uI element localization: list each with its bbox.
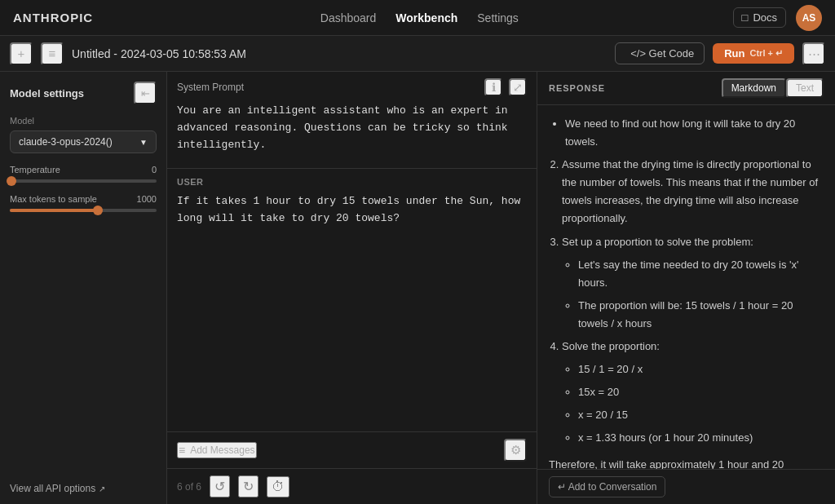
add-conv-label: ↵ Add to Conversation xyxy=(558,481,656,493)
response-panel: RESPONSE Markdown Text We need to find o… xyxy=(537,72,835,504)
model-value: claude-3-opus-2024() xyxy=(19,136,113,148)
main-toolbar: + ≡ Untitled - 2024-03-05 10:58:53 AM </… xyxy=(0,36,835,72)
tab-markdown[interactable]: Markdown xyxy=(722,78,786,98)
toolbar-right: </> Get Code Run Ctrl + ↵ ⋯ xyxy=(615,42,825,65)
list-item: Assume that the drying time is directly … xyxy=(562,156,824,228)
sub-list-2: 15 / 1 = 20 / x 15x = 20 x = 20 / 15 x =… xyxy=(562,360,824,447)
response-content: We need to find out how long it will tak… xyxy=(537,105,835,469)
view-api-label: View all API options xyxy=(10,483,95,494)
add-to-conversation-bar: ↵ Add to Conversation xyxy=(537,469,835,504)
toolbar-left: + ≡ Untitled - 2024-03-05 10:58:53 AM xyxy=(10,42,607,65)
docs-label: Docs xyxy=(753,11,777,24)
model-settings-panel: Model settings ⇤ Model claude-3-opus-202… xyxy=(0,72,167,504)
sub-list: Let's say the time needed to dry 20 towe… xyxy=(562,256,824,333)
user-message-text[interactable]: If it takes 1 hour to dry 15 towels unde… xyxy=(177,193,527,228)
get-code-label: </> Get Code xyxy=(630,47,694,60)
more-options-button[interactable]: ⋯ xyxy=(802,42,825,65)
list-item: 15 / 1 = 20 / x xyxy=(578,360,824,378)
more-icon: ⋯ xyxy=(808,46,820,61)
bottom-toolbar: 6 of 6 ↺ ↻ ⏱ xyxy=(167,468,537,504)
settings-top: Model settings ⇤ Model claude-3-opus-202… xyxy=(10,82,157,223)
max-tokens-thumb[interactable] xyxy=(93,206,103,215)
temperature-slider[interactable] xyxy=(10,179,157,183)
top-navigation: ANTHROPIC Dashboard Workbench Settings □… xyxy=(0,0,835,36)
nav-link-dashboard[interactable]: Dashboard xyxy=(320,11,377,24)
main-content: Model settings ⇤ Model claude-3-opus-202… xyxy=(0,72,835,504)
history-button[interactable]: ⏱ xyxy=(267,476,289,497)
chevron-down-icon: ▼ xyxy=(139,138,148,147)
temperature-label: Temperature xyxy=(10,165,60,175)
nav-right: □ Docs AS xyxy=(733,5,822,31)
max-tokens-fill xyxy=(10,209,98,212)
redo-button[interactable]: ↻ xyxy=(238,475,258,497)
temperature-section: Temperature 0 xyxy=(10,165,157,183)
max-tokens-slider[interactable] xyxy=(10,209,157,212)
page-info: 6 of 6 xyxy=(177,481,201,493)
document-icon: □ xyxy=(742,11,749,24)
temperature-value: 0 xyxy=(152,165,157,175)
system-prompt-area: System Prompt ℹ ⤢ You are an intelligent… xyxy=(167,72,537,169)
list-item: We need to find out how long it will tak… xyxy=(565,115,824,151)
add-to-conversation-button[interactable]: ↵ Add to Conversation xyxy=(549,476,665,497)
list-item: The proportion will be: 15 towels / 1 ho… xyxy=(578,297,824,333)
temperature-header: Temperature 0 xyxy=(10,165,157,175)
nav-link-workbench[interactable]: Workbench xyxy=(395,11,457,24)
model-selector[interactable]: claude-3-opus-2024() ▼ xyxy=(10,130,157,153)
list-item: x = 20 / 15 xyxy=(578,406,824,424)
run-shortcut: Ctrl + ↵ xyxy=(750,48,783,59)
model-label: Model xyxy=(10,116,157,126)
document-title: Untitled - 2024-03-05 10:58:53 AM xyxy=(72,47,246,60)
system-prompt-label: System Prompt xyxy=(177,82,244,93)
user-label: USER xyxy=(177,177,527,187)
undo-button[interactable]: ↺ xyxy=(210,475,230,497)
panel-header: Model settings ⇤ xyxy=(10,82,157,104)
response-conclusion: Therefore, it will take approximately 1 … xyxy=(549,456,824,470)
response-list-1: We need to find out how long it will tak… xyxy=(549,115,824,151)
list-item: Set up a proportion to solve the problem… xyxy=(562,233,824,333)
nav-link-settings[interactable]: Settings xyxy=(477,11,519,24)
response-tabs: Markdown Text xyxy=(722,78,824,98)
list-item: x = 1.33 hours (or 1 hour 20 minutes) xyxy=(578,429,824,447)
external-link-icon: ↗ xyxy=(99,484,105,493)
temperature-thumb[interactable] xyxy=(7,176,16,186)
max-tokens-section: Max tokens to sample 1000 xyxy=(10,194,157,212)
max-tokens-label: Max tokens to sample xyxy=(10,194,97,204)
tab-text[interactable]: Text xyxy=(786,78,824,98)
run-label: Run xyxy=(724,47,744,60)
add-messages-bar: ≡ Add Messages ⚙ xyxy=(167,431,537,468)
system-prompt-info-button[interactable]: ℹ xyxy=(484,78,502,96)
list-item: Solve the proportion: 15 / 1 = 20 / x 15… xyxy=(562,338,824,447)
response-header: RESPONSE Markdown Text xyxy=(537,72,835,105)
system-prompt-actions: ℹ ⤢ xyxy=(484,78,527,96)
add-messages-label: Add Messages xyxy=(190,444,254,456)
add-button[interactable]: + xyxy=(10,42,33,65)
docs-button[interactable]: □ Docs xyxy=(733,7,786,28)
add-messages-button[interactable]: ≡ Add Messages xyxy=(177,442,257,458)
run-button[interactable]: Run Ctrl + ↵ xyxy=(713,43,794,64)
user-message-area: USER If it takes 1 hour to dry 15 towels… xyxy=(167,169,537,431)
panel-title: Model settings xyxy=(10,87,84,99)
list-item: 15x = 20 xyxy=(578,383,824,401)
avatar[interactable]: AS xyxy=(796,5,822,31)
response-label: RESPONSE xyxy=(549,83,605,93)
nav-links: Dashboard Workbench Settings xyxy=(126,11,713,24)
max-tokens-header: Max tokens to sample 1000 xyxy=(10,194,157,204)
list-button[interactable]: ≡ xyxy=(41,42,64,65)
messages-settings-button[interactable]: ⚙ xyxy=(504,439,527,462)
add-messages-icon: ≡ xyxy=(179,444,185,457)
response-ordered-list: Assume that the drying time is directly … xyxy=(549,156,824,447)
logo: ANTHROPIC xyxy=(13,11,93,24)
get-code-button[interactable]: </> Get Code xyxy=(615,42,705,64)
plus-icon: + xyxy=(18,46,25,60)
system-prompt-expand-button[interactable]: ⤢ xyxy=(509,78,527,96)
view-api-link[interactable]: View all API options ↗ xyxy=(10,483,157,494)
max-tokens-value: 1000 xyxy=(137,194,157,204)
collapse-panel-button[interactable]: ⇤ xyxy=(134,82,157,104)
list-item: Let's say the time needed to dry 20 towe… xyxy=(578,256,824,292)
system-prompt-text[interactable]: You are an intelligent assistant who is … xyxy=(167,103,537,168)
system-prompt-header: System Prompt ℹ ⤢ xyxy=(167,72,537,103)
prompts-panel: System Prompt ℹ ⤢ You are an intelligent… xyxy=(167,72,537,504)
list-icon: ≡ xyxy=(49,46,56,60)
